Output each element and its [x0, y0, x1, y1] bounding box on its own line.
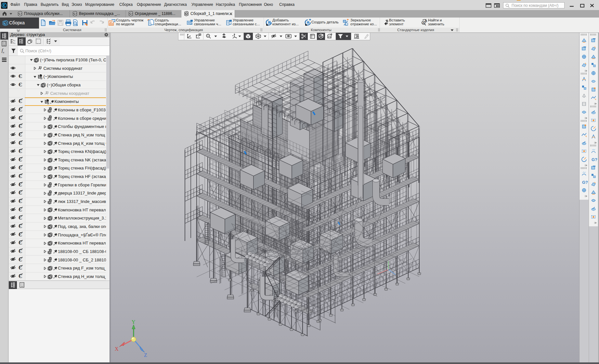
svg-text:X: X	[115, 346, 119, 352]
svg-text:Z: Z	[144, 352, 147, 358]
svg-text:G?: G?	[582, 180, 588, 185]
svg-text:G?: G?	[592, 157, 597, 162]
svg-text:Y: Y	[132, 319, 136, 325]
svg-text:А: А	[423, 21, 424, 24]
